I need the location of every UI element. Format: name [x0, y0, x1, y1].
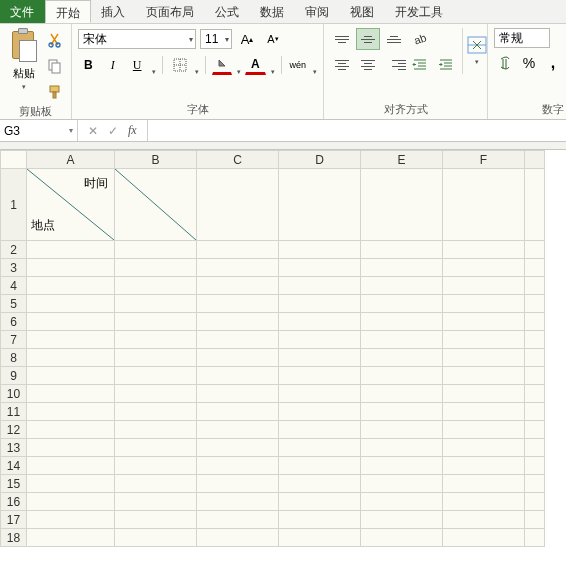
cell[interactable]: [361, 421, 443, 439]
select-all-corner[interactable]: [1, 151, 27, 169]
cell[interactable]: [361, 493, 443, 511]
cell[interactable]: [197, 529, 279, 547]
cell[interactable]: [115, 529, 197, 547]
row-header-12[interactable]: 12: [1, 421, 27, 439]
cell-A1[interactable]: 时间 地点: [27, 169, 115, 241]
cell[interactable]: [27, 367, 115, 385]
row-header-15[interactable]: 15: [1, 475, 27, 493]
cell[interactable]: [279, 385, 361, 403]
row-header-13[interactable]: 13: [1, 439, 27, 457]
decrease-font-button[interactable]: A▾: [262, 28, 284, 50]
cell[interactable]: [525, 439, 545, 457]
cell[interactable]: [361, 529, 443, 547]
cell[interactable]: [525, 277, 545, 295]
row-header-1[interactable]: 1: [1, 169, 27, 241]
cell[interactable]: [27, 313, 115, 331]
tab-insert[interactable]: 插入: [91, 0, 136, 23]
col-header-F[interactable]: F: [443, 151, 525, 169]
cell[interactable]: [197, 493, 279, 511]
cell[interactable]: [115, 331, 197, 349]
align-middle-button[interactable]: [356, 28, 380, 50]
cell[interactable]: [115, 475, 197, 493]
borders-button[interactable]: [169, 54, 189, 76]
col-header-D[interactable]: D: [279, 151, 361, 169]
row-header-9[interactable]: 9: [1, 367, 27, 385]
cell[interactable]: [361, 457, 443, 475]
paste-button[interactable]: 粘贴 ▾: [6, 28, 41, 102]
cell[interactable]: [361, 259, 443, 277]
cell[interactable]: [361, 511, 443, 529]
row-header-10[interactable]: 10: [1, 385, 27, 403]
cell[interactable]: [27, 331, 115, 349]
cell[interactable]: [197, 439, 279, 457]
cell[interactable]: [525, 385, 545, 403]
currency-button[interactable]: [494, 52, 516, 74]
cell[interactable]: [115, 493, 197, 511]
formula-input[interactable]: [148, 120, 566, 141]
cell[interactable]: [115, 385, 197, 403]
cell[interactable]: [197, 475, 279, 493]
cell[interactable]: [279, 439, 361, 457]
cell[interactable]: [443, 295, 525, 313]
cell[interactable]: [197, 367, 279, 385]
cell[interactable]: [279, 403, 361, 421]
cell[interactable]: [279, 457, 361, 475]
cell[interactable]: [197, 241, 279, 259]
orientation-button[interactable]: ab: [408, 28, 432, 50]
cell[interactable]: [525, 457, 545, 475]
cell[interactable]: [27, 439, 115, 457]
tab-start[interactable]: 开始: [45, 0, 91, 23]
cell[interactable]: [115, 349, 197, 367]
cell[interactable]: [279, 277, 361, 295]
cell[interactable]: [27, 241, 115, 259]
cell[interactable]: [27, 457, 115, 475]
row-header-18[interactable]: 18: [1, 529, 27, 547]
cell[interactable]: [27, 349, 115, 367]
align-left-button[interactable]: [330, 54, 354, 76]
cell[interactable]: [443, 331, 525, 349]
cell[interactable]: [27, 403, 115, 421]
row-header-16[interactable]: 16: [1, 493, 27, 511]
cell[interactable]: [525, 511, 545, 529]
cell[interactable]: [115, 259, 197, 277]
col-header-A[interactable]: A: [27, 151, 115, 169]
cell[interactable]: [197, 385, 279, 403]
cell[interactable]: [525, 331, 545, 349]
cell[interactable]: [27, 259, 115, 277]
cell[interactable]: [115, 511, 197, 529]
enter-icon[interactable]: ✓: [108, 124, 118, 138]
cell[interactable]: [525, 475, 545, 493]
cell[interactable]: [525, 493, 545, 511]
cell[interactable]: [115, 367, 197, 385]
row-header-14[interactable]: 14: [1, 457, 27, 475]
cell[interactable]: [115, 313, 197, 331]
tab-formula[interactable]: 公式: [205, 0, 250, 23]
tab-file[interactable]: 文件: [0, 0, 45, 23]
cell[interactable]: [525, 367, 545, 385]
cell[interactable]: [525, 169, 545, 241]
cell[interactable]: [197, 295, 279, 313]
cell[interactable]: [525, 349, 545, 367]
cell[interactable]: [115, 421, 197, 439]
cell[interactable]: [443, 241, 525, 259]
row-header-11[interactable]: 11: [1, 403, 27, 421]
tab-data[interactable]: 数据: [250, 0, 295, 23]
tab-review[interactable]: 审阅: [295, 0, 340, 23]
cell[interactable]: [279, 241, 361, 259]
cell[interactable]: [525, 421, 545, 439]
phonetic-button[interactable]: wén: [288, 54, 308, 76]
cell[interactable]: [279, 493, 361, 511]
cell[interactable]: [115, 241, 197, 259]
cell[interactable]: [443, 385, 525, 403]
row-header-4[interactable]: 4: [1, 277, 27, 295]
cell[interactable]: [115, 403, 197, 421]
bold-button[interactable]: B: [78, 54, 98, 76]
cell[interactable]: [27, 421, 115, 439]
cell[interactable]: [279, 259, 361, 277]
cell[interactable]: [115, 457, 197, 475]
cell[interactable]: [279, 511, 361, 529]
cell-B1[interactable]: [115, 169, 197, 241]
row-header-5[interactable]: 5: [1, 295, 27, 313]
italic-button[interactable]: I: [102, 54, 122, 76]
col-header-partial[interactable]: [525, 151, 545, 169]
